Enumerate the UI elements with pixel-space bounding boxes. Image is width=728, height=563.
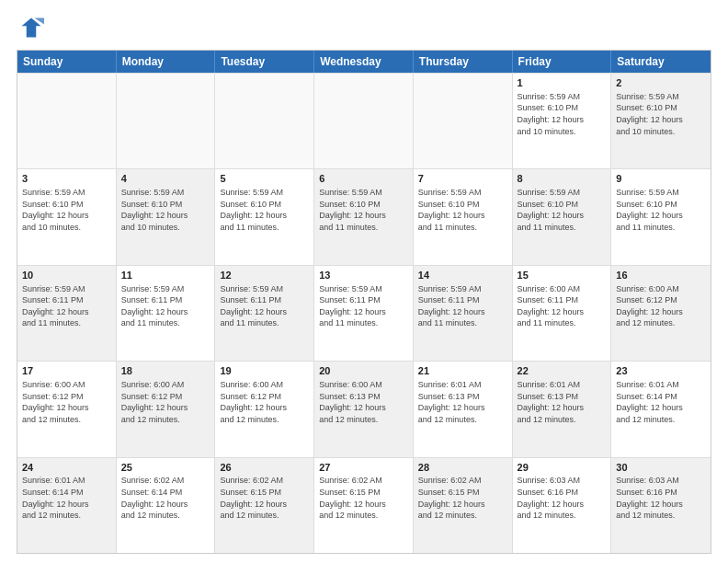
- cell-info: Sunrise: 6:02 AM Sunset: 6:14 PM Dayligh…: [121, 475, 210, 521]
- cal-cell: 12Sunrise: 5:59 AM Sunset: 6:11 PM Dayli…: [215, 266, 314, 361]
- day-number: 4: [121, 172, 210, 186]
- cal-cell: 15Sunrise: 6:00 AM Sunset: 6:11 PM Dayli…: [513, 266, 612, 361]
- cal-row: 3Sunrise: 5:59 AM Sunset: 6:10 PM Daylig…: [17, 168, 711, 264]
- cal-header-day: Sunday: [17, 51, 117, 73]
- cal-row: 17Sunrise: 6:00 AM Sunset: 6:12 PM Dayli…: [17, 361, 711, 456]
- day-number: 14: [418, 269, 507, 282]
- day-number: 9: [616, 172, 706, 186]
- day-number: 7: [418, 172, 507, 186]
- cell-info: Sunrise: 5:59 AM Sunset: 6:10 PM Dayligh…: [518, 91, 607, 137]
- cell-info: Sunrise: 5:59 AM Sunset: 6:10 PM Dayligh…: [518, 187, 607, 233]
- cell-info: Sunrise: 6:00 AM Sunset: 6:12 PM Dayligh…: [220, 379, 309, 425]
- cell-info: Sunrise: 6:02 AM Sunset: 6:15 PM Dayligh…: [418, 475, 507, 521]
- logo-icon: [18, 15, 44, 40]
- day-number: 16: [616, 269, 706, 282]
- cal-cell: 24Sunrise: 6:01 AM Sunset: 6:14 PM Dayli…: [17, 458, 117, 553]
- day-number: 8: [518, 172, 607, 186]
- cal-cell: 29Sunrise: 6:03 AM Sunset: 6:16 PM Dayli…: [513, 458, 612, 553]
- cell-info: Sunrise: 5:59 AM Sunset: 6:11 PM Dayligh…: [418, 283, 507, 329]
- day-number: 17: [22, 364, 111, 378]
- calendar: SundayMondayTuesdayWednesdayThursdayFrid…: [17, 50, 711, 554]
- day-number: 23: [616, 364, 706, 378]
- svg-marker-0: [22, 18, 41, 38]
- day-number: 12: [220, 269, 309, 282]
- cal-cell: 16Sunrise: 6:00 AM Sunset: 6:12 PM Dayli…: [611, 266, 711, 361]
- day-number: 19: [220, 364, 309, 378]
- day-number: 15: [518, 269, 607, 282]
- cal-cell: [117, 74, 216, 168]
- day-number: 20: [319, 364, 408, 378]
- cal-cell: 20Sunrise: 6:00 AM Sunset: 6:13 PM Dayli…: [314, 362, 414, 456]
- day-number: 29: [518, 461, 607, 475]
- cell-info: Sunrise: 6:03 AM Sunset: 6:16 PM Dayligh…: [616, 475, 706, 521]
- cal-cell: 4Sunrise: 5:59 AM Sunset: 6:10 PM Daylig…: [117, 169, 216, 264]
- cal-row: 24Sunrise: 6:01 AM Sunset: 6:14 PM Dayli…: [17, 457, 711, 553]
- cell-info: Sunrise: 6:00 AM Sunset: 6:12 PM Dayligh…: [121, 379, 210, 425]
- cal-header-day: Tuesday: [215, 51, 314, 73]
- day-number: 25: [121, 461, 210, 475]
- day-number: 10: [22, 269, 111, 282]
- day-number: 22: [518, 364, 607, 378]
- day-number: 13: [319, 269, 408, 282]
- cell-info: Sunrise: 6:01 AM Sunset: 6:14 PM Dayligh…: [22, 475, 111, 521]
- cal-cell: 25Sunrise: 6:02 AM Sunset: 6:14 PM Dayli…: [117, 458, 216, 553]
- day-number: 1: [518, 76, 607, 90]
- cell-info: Sunrise: 5:59 AM Sunset: 6:11 PM Dayligh…: [220, 283, 309, 329]
- day-number: 26: [220, 461, 309, 475]
- day-number: 2: [616, 76, 706, 90]
- day-number: 21: [418, 364, 507, 378]
- cell-info: Sunrise: 6:01 AM Sunset: 6:13 PM Dayligh…: [518, 379, 607, 425]
- cal-cell: 14Sunrise: 5:59 AM Sunset: 6:11 PM Dayli…: [414, 266, 513, 361]
- cal-cell: 27Sunrise: 6:02 AM Sunset: 6:15 PM Dayli…: [314, 458, 414, 553]
- cell-info: Sunrise: 5:59 AM Sunset: 6:10 PM Dayligh…: [22, 187, 111, 233]
- cal-cell: 9Sunrise: 5:59 AM Sunset: 6:10 PM Daylig…: [611, 169, 711, 264]
- cell-info: Sunrise: 5:59 AM Sunset: 6:10 PM Dayligh…: [616, 187, 706, 233]
- cell-info: Sunrise: 5:59 AM Sunset: 6:11 PM Dayligh…: [121, 283, 210, 329]
- cal-header-day: Wednesday: [314, 51, 414, 73]
- cell-info: Sunrise: 6:00 AM Sunset: 6:12 PM Dayligh…: [22, 379, 111, 425]
- cell-info: Sunrise: 6:00 AM Sunset: 6:11 PM Dayligh…: [518, 283, 607, 329]
- day-number: 5: [220, 172, 309, 186]
- cell-info: Sunrise: 5:59 AM Sunset: 6:10 PM Dayligh…: [418, 187, 507, 233]
- cal-row: 10Sunrise: 5:59 AM Sunset: 6:11 PM Dayli…: [17, 265, 711, 361]
- cal-cell: 30Sunrise: 6:03 AM Sunset: 6:16 PM Dayli…: [611, 458, 711, 553]
- cal-row: 1Sunrise: 5:59 AM Sunset: 6:10 PM Daylig…: [17, 73, 711, 168]
- day-number: 3: [22, 172, 111, 186]
- day-number: 27: [319, 461, 408, 475]
- day-number: 30: [616, 461, 706, 475]
- cal-cell: [17, 74, 117, 168]
- cal-cell: 2Sunrise: 5:59 AM Sunset: 6:10 PM Daylig…: [611, 74, 711, 168]
- cell-info: Sunrise: 6:01 AM Sunset: 6:13 PM Dayligh…: [418, 379, 507, 425]
- cal-cell: 5Sunrise: 5:59 AM Sunset: 6:10 PM Daylig…: [215, 169, 314, 264]
- cal-cell: 22Sunrise: 6:01 AM Sunset: 6:13 PM Dayli…: [513, 362, 612, 456]
- day-number: 18: [121, 364, 210, 378]
- cell-info: Sunrise: 5:59 AM Sunset: 6:11 PM Dayligh…: [22, 283, 111, 329]
- cell-info: Sunrise: 5:59 AM Sunset: 6:10 PM Dayligh…: [319, 187, 408, 233]
- cell-info: Sunrise: 6:00 AM Sunset: 6:12 PM Dayligh…: [616, 283, 706, 329]
- cal-cell: 26Sunrise: 6:02 AM Sunset: 6:15 PM Dayli…: [215, 458, 314, 553]
- calendar-body: 1Sunrise: 5:59 AM Sunset: 6:10 PM Daylig…: [17, 73, 711, 553]
- day-number: 24: [22, 461, 111, 475]
- calendar-header: SundayMondayTuesdayWednesdayThursdayFrid…: [17, 51, 711, 73]
- cal-cell: 19Sunrise: 6:00 AM Sunset: 6:12 PM Dayli…: [215, 362, 314, 456]
- cal-cell: [215, 74, 314, 168]
- day-number: 28: [418, 461, 507, 475]
- cal-cell: [414, 74, 513, 168]
- cal-cell: [314, 74, 414, 168]
- header: [17, 15, 711, 40]
- cal-cell: 21Sunrise: 6:01 AM Sunset: 6:13 PM Dayli…: [414, 362, 513, 456]
- cal-cell: 7Sunrise: 5:59 AM Sunset: 6:10 PM Daylig…: [414, 169, 513, 264]
- cell-info: Sunrise: 6:02 AM Sunset: 6:15 PM Dayligh…: [220, 475, 309, 521]
- cal-cell: 28Sunrise: 6:02 AM Sunset: 6:15 PM Dayli…: [414, 458, 513, 553]
- day-number: 11: [121, 269, 210, 282]
- cal-cell: 17Sunrise: 6:00 AM Sunset: 6:12 PM Dayli…: [17, 362, 117, 456]
- cal-cell: 3Sunrise: 5:59 AM Sunset: 6:10 PM Daylig…: [17, 169, 117, 264]
- cell-info: Sunrise: 5:59 AM Sunset: 6:11 PM Dayligh…: [319, 283, 408, 329]
- cell-info: Sunrise: 6:01 AM Sunset: 6:14 PM Dayligh…: [616, 379, 706, 425]
- cell-info: Sunrise: 6:00 AM Sunset: 6:13 PM Dayligh…: [319, 379, 408, 425]
- cal-cell: 23Sunrise: 6:01 AM Sunset: 6:14 PM Dayli…: [611, 362, 711, 456]
- cell-info: Sunrise: 6:02 AM Sunset: 6:15 PM Dayligh…: [319, 475, 408, 521]
- cal-header-day: Monday: [117, 51, 216, 73]
- cal-cell: 13Sunrise: 5:59 AM Sunset: 6:11 PM Dayli…: [314, 266, 414, 361]
- cal-header-day: Thursday: [414, 51, 513, 73]
